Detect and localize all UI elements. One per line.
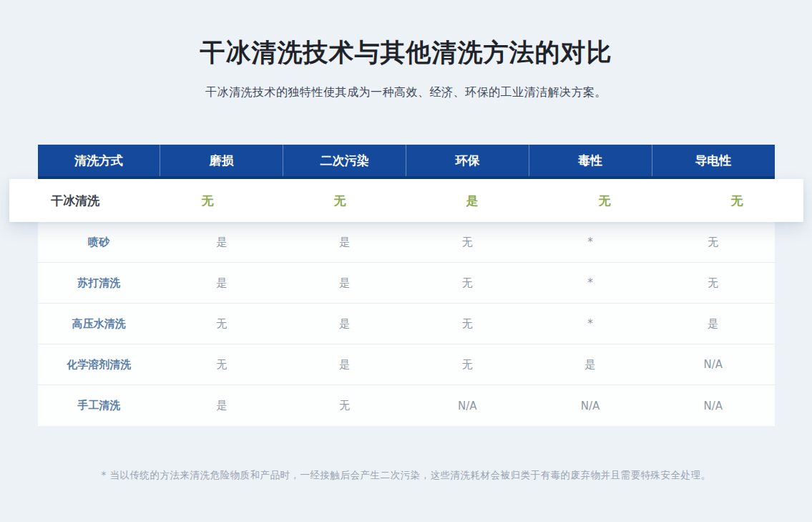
table-cell: 无 <box>406 222 529 262</box>
row-label: 喷砂 <box>38 222 161 262</box>
table-cell: 无 <box>652 222 775 262</box>
table-cell: 无 <box>160 304 283 344</box>
table-cell: 无 <box>406 304 529 344</box>
table-cell: N/A <box>652 385 775 426</box>
column-header-eco-friendly: 环保 <box>406 145 529 176</box>
table-cell: 无 <box>160 344 283 385</box>
column-header-method: 清洗方式 <box>38 145 161 176</box>
table-cell: 无 <box>406 344 529 385</box>
asterisk-footnote: * 当以传统的方法来清洗危险物质和产品时，一经接触后会产生二次污染，这些清洗耗材… <box>0 469 812 482</box>
row-label: 手工清洗 <box>38 385 161 426</box>
table-cell: 是 <box>652 304 775 344</box>
table-cell: * <box>529 222 652 262</box>
column-header-secondary-pollution: 二次污染 <box>283 145 406 176</box>
table-cell: 是 <box>160 263 283 303</box>
table-row-dry-ice-highlighted: 干冰清洗 无 无 是 无 无 <box>9 179 803 222</box>
comparison-page: 干冰清洗技术与其他清洗方法的对比 干冰清洗技术的独特性使其成为一种高效、经济、环… <box>0 0 812 522</box>
table-cell: 无 <box>283 385 406 426</box>
table-cell: 无 <box>539 179 671 222</box>
table-cell: 无 <box>652 263 775 303</box>
column-header-abrasion: 磨损 <box>160 145 283 176</box>
table-cell: 是 <box>406 179 539 222</box>
page-title: 干冰清洗技术与其他清洗方法的对比 <box>0 36 812 69</box>
table-body: 干冰清洗 无 无 是 无 无 喷砂 是 是 无 * 无 苏打清洗 是 是 无 * <box>38 179 775 426</box>
column-header-conductivity: 导电性 <box>652 145 775 176</box>
table-cell: 是 <box>283 304 406 344</box>
table-header-row: 清洗方式 磨损 二次污染 环保 毒性 导电性 <box>38 145 775 179</box>
table-cell: 是 <box>160 385 283 426</box>
table-cell: 是 <box>529 344 652 385</box>
table-cell: 是 <box>283 263 406 303</box>
table-cell: 无 <box>406 263 529 303</box>
table-cell: N/A <box>652 344 775 385</box>
row-label: 高压水清洗 <box>38 304 161 344</box>
table-cell: 是 <box>283 222 406 262</box>
table-row-soda-cleaning: 苏打清洗 是 是 无 * 无 <box>38 263 775 304</box>
table-cell: 无 <box>671 179 803 222</box>
row-label: 干冰清洗 <box>9 179 142 222</box>
table-cell: 无 <box>142 179 274 222</box>
table-cell: N/A <box>406 385 529 426</box>
table-row-high-pressure-water: 高压水清洗 无 是 无 * 是 <box>38 304 775 344</box>
column-header-toxicity: 毒性 <box>529 145 652 176</box>
row-label: 化学溶剂清洗 <box>38 344 161 385</box>
table-row-chemical-solvent: 化学溶剂清洗 无 是 无 是 N/A <box>38 344 775 385</box>
table-cell: 是 <box>160 222 283 262</box>
comparison-table: 清洗方式 磨损 二次污染 环保 毒性 导电性 干冰清洗 无 无 是 无 无 喷砂… <box>38 145 775 426</box>
table-cell: 无 <box>274 179 406 222</box>
table-cell: * <box>529 263 652 303</box>
page-subtitle: 干冰清洗技术的独特性使其成为一种高效、经济、环保的工业清洁解决方案。 <box>0 85 812 100</box>
table-cell: * <box>529 304 652 344</box>
table-cell: N/A <box>529 385 652 426</box>
table-row-sandblasting: 喷砂 是 是 无 * 无 <box>38 222 775 263</box>
table-row-manual-cleaning: 手工清洗 是 无 N/A N/A N/A <box>38 385 775 426</box>
row-label: 苏打清洗 <box>38 263 161 303</box>
table-cell: 是 <box>283 344 406 385</box>
